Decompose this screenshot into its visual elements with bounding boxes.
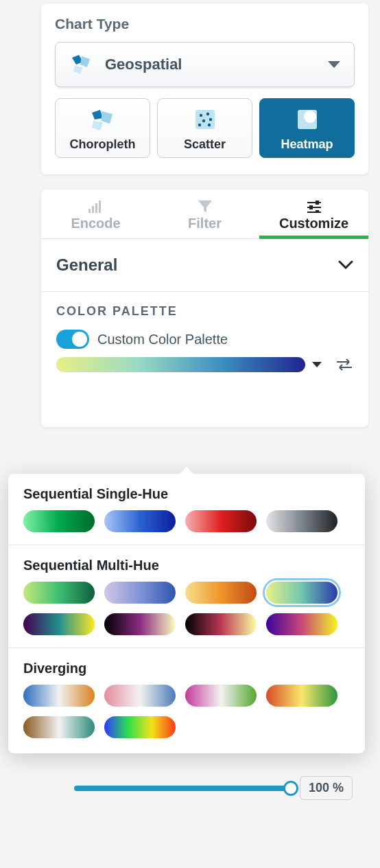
scatter-label: Scatter	[184, 137, 226, 152]
palette-swatch-lilac-blue[interactable]	[104, 582, 176, 604]
heatmap-icon	[294, 106, 321, 133]
general-accordion[interactable]: General	[41, 239, 368, 292]
palette-swatch-magenta-green[interactable]	[185, 685, 257, 707]
choropleth-button[interactable]: Choropleth	[55, 98, 150, 158]
general-title: General	[56, 255, 117, 275]
palette-swatch-inferno[interactable]	[185, 613, 257, 635]
tab-customize[interactable]: Customize	[259, 190, 368, 238]
custom-palette-toggle-label: Custom Color Palette	[97, 332, 228, 347]
svg-point-6	[198, 124, 200, 126]
svg-point-3	[206, 113, 209, 115]
palette-gradient-select[interactable]	[56, 357, 322, 372]
svg-rect-13	[99, 201, 101, 213]
svg-rect-12	[95, 203, 97, 213]
tab-filter[interactable]: Filter	[150, 190, 259, 238]
palette-swatch-yellow-green-blue[interactable]	[266, 582, 337, 604]
chevron-down-icon	[312, 362, 322, 367]
svg-point-2	[199, 114, 202, 117]
filter-icon	[197, 199, 213, 213]
chart-type-dropdown[interactable]: Geospatial	[55, 42, 355, 87]
tab-customize-label: Customize	[279, 216, 348, 231]
color-palette-label: COLOR PALETTE	[56, 304, 353, 319]
customize-icon	[306, 199, 322, 213]
opacity-value[interactable]: 100 %	[300, 776, 353, 800]
palette-swatch-reds[interactable]	[185, 510, 257, 532]
svg-point-5	[209, 118, 211, 121]
palette-swatch-magma[interactable]	[104, 613, 176, 635]
customize-panel: Encode Filter Customize	[41, 190, 368, 427]
palette-swatch-pink-blue[interactable]	[104, 685, 176, 707]
tab-filter-label: Filter	[188, 216, 222, 231]
palette-gradient-preview	[56, 357, 305, 372]
palette-swatch-greys[interactable]	[266, 510, 337, 532]
svg-point-7	[207, 124, 210, 126]
chevron-down-icon	[338, 260, 353, 270]
chart-type-title: Chart Type	[55, 16, 355, 32]
heatmap-label: Heatmap	[281, 137, 333, 152]
palette-swatch-viridis[interactable]	[23, 613, 95, 635]
svg-rect-18	[309, 205, 313, 209]
palette-group-title-0: Sequential Single-Hue	[23, 486, 350, 502]
svg-rect-10	[88, 209, 91, 213]
svg-rect-17	[316, 201, 319, 205]
palette-group-0	[23, 510, 350, 532]
opacity-slider[interactable]	[74, 786, 290, 791]
choropleth-label: Choropleth	[70, 137, 136, 152]
scatter-icon	[191, 106, 219, 133]
palette-swatch-plasma[interactable]	[266, 613, 337, 635]
svg-rect-11	[92, 206, 94, 213]
palette-group-2	[23, 685, 350, 738]
swap-icon[interactable]	[335, 358, 353, 371]
tab-encode[interactable]: Encode	[41, 190, 150, 238]
palette-swatch-green-emerald[interactable]	[23, 582, 95, 604]
heatmap-button[interactable]: Heatmap	[259, 98, 355, 158]
slider-thumb[interactable]	[283, 781, 298, 796]
color-palette-section: COLOR PALETTE Custom Color Palette	[41, 292, 368, 427]
opacity-slider-row: 100 %	[74, 776, 353, 800]
palette-swatch-blues[interactable]	[104, 510, 176, 532]
custom-palette-toggle[interactable]	[56, 330, 89, 349]
chart-type-panel: Chart Type Geospatial Choropleth	[41, 3, 368, 174]
palette-swatch-blue-orange[interactable]	[23, 685, 95, 707]
chart-type-selected: Geospatial	[105, 56, 328, 73]
choropleth-icon	[89, 106, 117, 133]
encode-icon	[88, 199, 104, 213]
palette-group-1	[23, 582, 350, 635]
palette-swatch-red-green[interactable]	[266, 685, 337, 707]
palette-group-title-2: Diverging	[23, 661, 350, 676]
palette-swatch-rainbow[interactable]	[104, 716, 176, 738]
chevron-down-icon	[328, 61, 340, 68]
geospatial-icon	[69, 52, 94, 77]
palette-swatch-greens[interactable]	[23, 510, 95, 532]
tabs: Encode Filter Customize	[41, 190, 368, 239]
scatter-button[interactable]: Scatter	[157, 98, 252, 158]
palette-swatch-brown-teal[interactable]	[23, 716, 95, 738]
palette-group-title-1: Sequential Multi-Hue	[23, 558, 350, 573]
svg-point-4	[202, 119, 204, 122]
chart-subtype-buttons: Choropleth Scatter	[55, 98, 355, 158]
palette-popover: Sequential Single-Hue Sequential Multi-H…	[8, 474, 365, 753]
svg-point-9	[304, 111, 316, 123]
svg-rect-19	[316, 210, 319, 213]
palette-swatch-orange-amber[interactable]	[185, 582, 257, 604]
tab-encode-label: Encode	[71, 216, 120, 231]
